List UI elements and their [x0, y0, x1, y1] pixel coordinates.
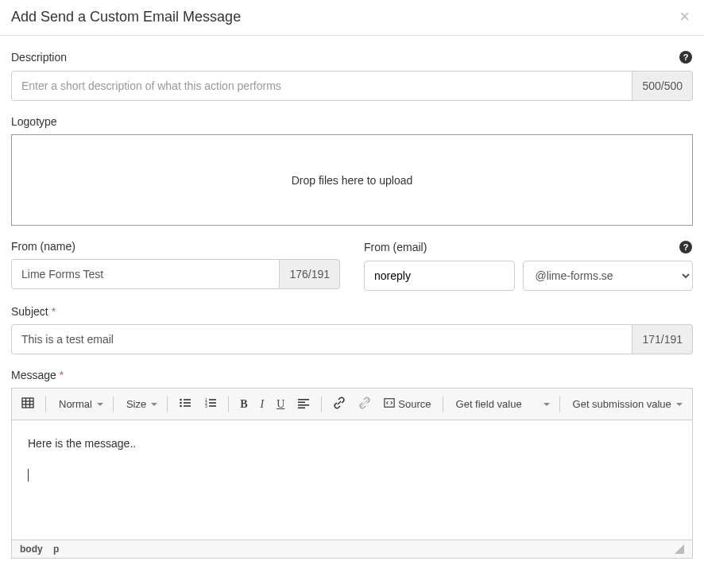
help-icon[interactable]: ?: [679, 240, 693, 254]
svg-line-25: [360, 398, 369, 408]
svg-text:2: 2: [205, 400, 207, 405]
bullet-list-button[interactable]: [174, 394, 196, 415]
resize-handle[interactable]: [675, 544, 684, 554]
message-group: Message* Normal: [11, 369, 693, 559]
unlink-button[interactable]: [354, 394, 376, 415]
svg-rect-14: [184, 405, 191, 407]
close-icon: ×: [679, 6, 690, 26]
table-button[interactable]: [17, 394, 39, 415]
from-name-input[interactable]: [11, 259, 280, 289]
from-name-group: From (name) 176/191: [11, 240, 340, 291]
separator: [443, 397, 443, 412]
svg-point-13: [180, 405, 182, 408]
svg-text:?: ?: [683, 242, 689, 252]
svg-point-9: [180, 399, 182, 401]
editor-content[interactable]: Here is the message..: [12, 420, 692, 540]
chevron-down-icon: [97, 403, 103, 406]
from-email-local-input[interactable]: [364, 261, 515, 291]
svg-rect-26: [385, 399, 394, 408]
bullet-list-icon: [179, 397, 191, 412]
unlink-icon: [358, 397, 371, 412]
editor-toolbar: Normal Size: [12, 389, 692, 420]
svg-text:?: ?: [683, 52, 689, 62]
editor-footer: body p: [12, 540, 692, 558]
chevron-down-icon: [676, 403, 683, 406]
svg-point-11: [180, 402, 182, 404]
italic-icon: I: [261, 398, 265, 411]
svg-rect-24: [298, 408, 305, 409]
description-input[interactable]: [11, 71, 632, 101]
close-button[interactable]: ×: [676, 8, 693, 25]
separator: [228, 397, 229, 412]
description-group: Description ? 500/500: [11, 50, 693, 101]
svg-rect-23: [298, 404, 309, 406]
italic-button[interactable]: I: [256, 394, 269, 415]
source-label: Source: [398, 398, 431, 410]
separator: [321, 397, 322, 412]
underline-icon: U: [277, 398, 284, 411]
chevron-down-icon: [543, 403, 550, 406]
modal-body: Description ? 500/500 Logotype Drop file…: [0, 36, 704, 570]
align-left-icon: [297, 397, 310, 412]
logotype-label: Logotype: [11, 115, 57, 128]
link-icon: [333, 397, 346, 412]
bold-icon: B: [240, 398, 247, 411]
bold-button[interactable]: B: [235, 394, 252, 415]
svg-text:1: 1: [205, 397, 207, 402]
from-name-label: From (name): [11, 240, 75, 253]
get-field-value-dropdown[interactable]: Get field value: [450, 394, 553, 415]
size-label: Size: [126, 398, 146, 410]
modal-title: Add Send a Custom Email Message: [11, 9, 241, 25]
get-field-label: Get field value: [456, 398, 522, 410]
svg-rect-20: [209, 405, 216, 407]
link-button[interactable]: [328, 394, 350, 415]
from-name-counter: 176/191: [280, 259, 340, 289]
table-icon: [21, 397, 34, 412]
svg-rect-18: [209, 402, 216, 404]
path-p[interactable]: p: [53, 544, 59, 555]
help-icon[interactable]: ?: [679, 50, 693, 64]
svg-rect-12: [184, 402, 191, 404]
subject-input[interactable]: [11, 324, 632, 354]
rich-text-editor: Normal Size: [11, 388, 693, 559]
path-body[interactable]: body: [20, 544, 43, 555]
get-submission-value-dropdown[interactable]: Get submission value: [567, 394, 686, 415]
source-icon: [384, 397, 395, 411]
modal-dialog: Add Send a Custom Email Message × Descri…: [0, 0, 704, 570]
source-button[interactable]: Source: [379, 394, 435, 415]
format-label: Normal: [59, 398, 92, 410]
message-text: Here is the message..: [28, 435, 676, 452]
logotype-group: Logotype Drop files here to upload: [11, 115, 693, 226]
element-path: body p: [20, 544, 67, 555]
svg-rect-22: [298, 402, 305, 404]
dropzone-text: Drop files here to upload: [292, 174, 413, 187]
get-submission-label: Get submission value: [573, 398, 671, 410]
description-label: Description: [11, 51, 67, 64]
svg-rect-16: [209, 399, 216, 400]
paragraph-format-dropdown[interactable]: Normal: [52, 394, 106, 415]
modal-header: Add Send a Custom Email Message ×: [0, 0, 704, 36]
align-button[interactable]: [292, 394, 315, 415]
chevron-down-icon: [151, 403, 157, 406]
logotype-dropzone[interactable]: Drop files here to upload: [11, 134, 693, 226]
separator: [559, 397, 560, 412]
subject-label: Subject*: [11, 305, 56, 318]
from-email-group: From (email) ? @lime-forms.se: [364, 240, 693, 291]
underline-button[interactable]: U: [272, 394, 289, 415]
from-email-label: From (email): [364, 241, 427, 253]
separator: [45, 397, 46, 412]
separator: [113, 397, 114, 412]
subject-group: Subject* 171/191: [11, 305, 693, 354]
numbered-list-icon: 123: [204, 397, 217, 412]
from-email-domain-select[interactable]: @lime-forms.se: [523, 261, 693, 291]
svg-rect-10: [184, 399, 191, 400]
description-counter: 500/500: [632, 71, 693, 101]
svg-rect-4: [22, 398, 33, 408]
svg-rect-21: [298, 399, 309, 400]
subject-counter: 171/191: [632, 324, 693, 354]
svg-text:3: 3: [205, 404, 207, 408]
separator: [167, 397, 168, 412]
message-label: Message*: [11, 369, 64, 381]
numbered-list-button[interactable]: 123: [199, 394, 222, 415]
font-size-dropdown[interactable]: Size: [120, 394, 161, 415]
